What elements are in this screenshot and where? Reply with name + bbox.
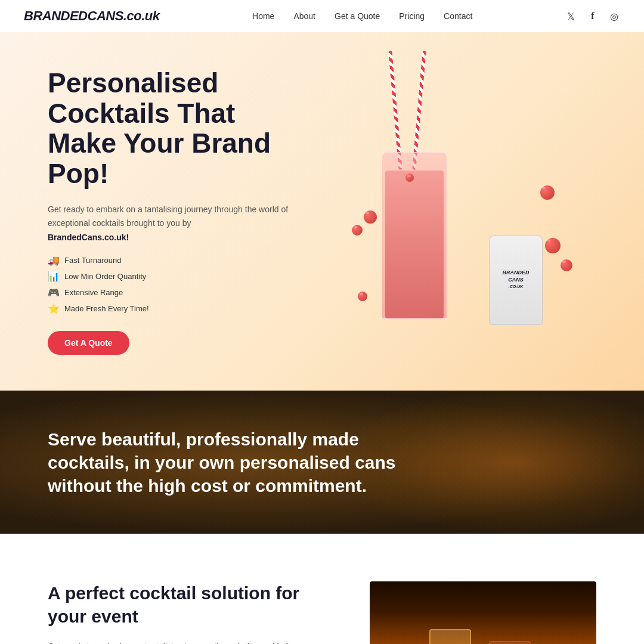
berry-decoration-5	[540, 185, 555, 200]
berry-decoration-3	[545, 238, 561, 253]
nav-about[interactable]: About	[293, 11, 315, 21]
berry-decoration-7	[405, 174, 414, 182]
nav-contact[interactable]: Contact	[444, 11, 472, 21]
about-description-1: Get ready to embark on a tantalising jou…	[48, 640, 322, 644]
berry-decoration-2	[352, 225, 363, 236]
cocktail-visual: BRANDEDCANS.CO.UK	[334, 80, 596, 343]
hero-section: Personalised Cocktails That Make Your Br…	[0, 32, 644, 391]
site-logo[interactable]: BRANDEDCANS.co.uk	[24, 8, 159, 24]
hero-title: Personalised Cocktails That Make Your Br…	[48, 68, 304, 188]
berry-decoration-4	[561, 259, 572, 271]
berry-decoration-6	[358, 292, 367, 301]
nav-pricing[interactable]: Pricing	[399, 11, 425, 21]
branded-can: BRANDEDCANS.CO.UK	[489, 236, 543, 325]
main-nav: Home About Get a Quote Pricing Contact	[252, 11, 472, 21]
can-label: BRANDEDCANS.CO.UK	[503, 270, 530, 290]
facebook-icon[interactable]: f	[587, 10, 599, 22]
sunset-glass-left	[429, 629, 471, 644]
range-icon: 🎮	[48, 287, 60, 298]
truck-icon: 🚚	[48, 255, 60, 266]
about-title: A perfect cocktail solution for your eve…	[48, 581, 322, 628]
hero-description: Get ready to embark on a tantalising jou…	[48, 203, 304, 230]
feature-fast-turnaround: 🚚 Fast Turnaround	[48, 255, 304, 266]
berry-decoration-1	[364, 210, 377, 224]
hero-features: 🚚 Fast Turnaround 📊 Low Min Order Quanti…	[48, 255, 304, 314]
feature-made-fresh: ⭐ Made Fresh Every Time!	[48, 303, 304, 314]
feature-fast-turnaround-label: Fast Turnaround	[64, 256, 121, 265]
nav-home[interactable]: Home	[252, 11, 274, 21]
logo-suffix: .co.uk	[123, 8, 160, 23]
hero-brand-link[interactable]: BrandedCans.co.uk!	[48, 233, 129, 242]
nav-get-a-quote[interactable]: Get a Quote	[335, 11, 380, 21]
feature-low-min-order: 📊 Low Min Order Quantity	[48, 271, 304, 282]
instagram-icon[interactable]: ◎	[608, 10, 620, 22]
social-links: 𝕏 f ◎	[565, 10, 620, 22]
about-image	[370, 581, 596, 644]
hero-image: BRANDEDCANS.CO.UK	[334, 80, 596, 343]
star-icon: ⭐	[48, 303, 60, 314]
feature-extensive-range-label: Extensive Range	[64, 288, 123, 297]
sunset-glass-right	[489, 641, 531, 644]
feature-low-min-order-label: Low Min Order Quantity	[64, 272, 146, 281]
feature-made-fresh-label: Made Fresh Every Time!	[64, 304, 149, 313]
get-a-quote-button[interactable]: Get A Quote	[48, 331, 129, 355]
twitter-icon[interactable]: 𝕏	[565, 10, 577, 22]
site-header: BRANDEDCANS.co.uk Home About Get a Quote…	[0, 0, 644, 32]
order-icon: 📊	[48, 271, 60, 282]
banner-text: Serve beautiful, professionally made coc…	[48, 428, 405, 497]
about-section: A perfect cocktail solution for your eve…	[0, 534, 644, 644]
hero-content: Personalised Cocktails That Make Your Br…	[48, 68, 304, 355]
banner-content: Serve beautiful, professionally made coc…	[48, 428, 405, 497]
sunset-cocktail-visual	[370, 581, 596, 644]
feature-extensive-range: 🎮 Extensive Range	[48, 287, 304, 298]
cocktail-glass	[382, 152, 447, 319]
about-content: A perfect cocktail solution for your eve…	[48, 581, 322, 644]
banner-section: Serve beautiful, professionally made coc…	[0, 391, 644, 534]
logo-text: BRANDEDCANS	[24, 8, 123, 23]
